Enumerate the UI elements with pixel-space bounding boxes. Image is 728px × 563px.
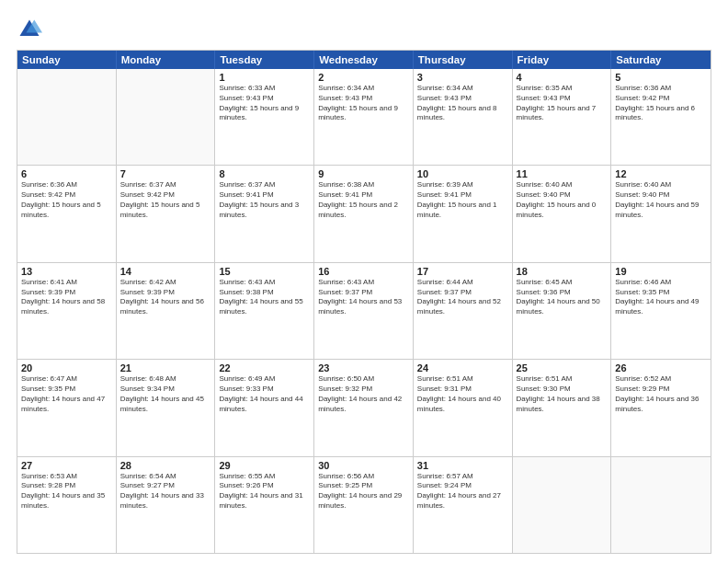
day-number: 16 [318,266,409,277]
calendar-header-cell: Monday [117,51,216,69]
cell-text: Sunrise: 6:37 AM Sunset: 9:42 PM Dayligh… [120,180,211,220]
calendar-cell [611,457,711,553]
day-number: 12 [615,168,707,179]
cell-text: Sunrise: 6:47 AM Sunset: 9:35 PM Dayligh… [21,374,112,414]
logo [17,17,46,42]
cell-text: Sunrise: 6:49 AM Sunset: 9:33 PM Dayligh… [219,374,310,414]
day-number: 23 [318,362,409,373]
day-number: 6 [21,168,112,179]
day-number: 14 [120,266,211,277]
calendar-cell: 13Sunrise: 6:41 AM Sunset: 9:39 PM Dayli… [17,263,117,359]
day-number: 8 [219,168,310,179]
header [17,17,711,42]
cell-text: Sunrise: 6:56 AM Sunset: 9:25 PM Dayligh… [318,472,409,511]
cell-text: Sunrise: 6:55 AM Sunset: 9:26 PM Dayligh… [219,472,310,511]
calendar-row: 20Sunrise: 6:47 AM Sunset: 9:35 PM Dayli… [17,359,711,455]
calendar-cell: 21Sunrise: 6:48 AM Sunset: 9:34 PM Dayli… [117,360,216,455]
calendar-cell [117,69,216,165]
day-number: 1 [219,72,310,83]
cell-text: Sunrise: 6:35 AM Sunset: 9:43 PM Dayligh… [517,84,608,123]
day-number: 30 [318,460,409,471]
day-number: 10 [417,168,508,179]
calendar-cell: 28Sunrise: 6:54 AM Sunset: 9:27 PM Dayli… [117,457,216,553]
calendar-cell: 4Sunrise: 6:35 AM Sunset: 9:43 PM Daylig… [513,69,612,165]
day-number: 18 [517,266,608,277]
cell-text: Sunrise: 6:43 AM Sunset: 9:38 PM Dayligh… [219,278,310,317]
calendar-cell: 17Sunrise: 6:44 AM Sunset: 9:37 PM Dayli… [414,263,513,359]
day-number: 24 [417,362,508,373]
day-number: 3 [417,72,508,83]
day-number: 4 [517,72,608,83]
calendar-body: 1Sunrise: 6:33 AM Sunset: 9:43 PM Daylig… [17,69,711,553]
day-number: 15 [219,266,310,277]
calendar-cell: 2Sunrise: 6:34 AM Sunset: 9:43 PM Daylig… [314,69,414,165]
cell-text: Sunrise: 6:48 AM Sunset: 9:34 PM Dayligh… [120,374,211,414]
day-number: 5 [615,72,707,83]
calendar-header-cell: Sunday [17,51,117,69]
calendar-cell: 9Sunrise: 6:38 AM Sunset: 9:41 PM Daylig… [314,166,414,261]
calendar-cell: 3Sunrise: 6:34 AM Sunset: 9:43 PM Daylig… [414,69,513,165]
cell-text: Sunrise: 6:46 AM Sunset: 9:35 PM Dayligh… [615,278,707,317]
calendar-cell: 24Sunrise: 6:51 AM Sunset: 9:31 PM Dayli… [414,360,513,455]
calendar-row: 1Sunrise: 6:33 AM Sunset: 9:43 PM Daylig… [17,69,711,165]
calendar-cell: 20Sunrise: 6:47 AM Sunset: 9:35 PM Dayli… [17,360,117,455]
calendar-cell: 29Sunrise: 6:55 AM Sunset: 9:26 PM Dayli… [215,457,314,553]
calendar-cell: 30Sunrise: 6:56 AM Sunset: 9:25 PM Dayli… [314,457,414,553]
calendar-cell: 31Sunrise: 6:57 AM Sunset: 9:24 PM Dayli… [414,457,513,553]
calendar-cell: 25Sunrise: 6:51 AM Sunset: 9:30 PM Dayli… [513,360,612,455]
logo-icon [17,17,42,42]
cell-text: Sunrise: 6:34 AM Sunset: 9:43 PM Dayligh… [318,84,409,123]
cell-text: Sunrise: 6:39 AM Sunset: 9:41 PM Dayligh… [417,180,508,220]
calendar-cell: 1Sunrise: 6:33 AM Sunset: 9:43 PM Daylig… [215,69,314,165]
calendar-header-cell: Friday [513,51,612,69]
calendar-header: SundayMondayTuesdayWednesdayThursdayFrid… [17,51,711,69]
cell-text: Sunrise: 6:43 AM Sunset: 9:37 PM Dayligh… [318,278,409,317]
calendar-cell: 7Sunrise: 6:37 AM Sunset: 9:42 PM Daylig… [117,166,216,261]
day-number: 19 [615,266,707,277]
calendar-header-cell: Thursday [414,51,513,69]
calendar-cell: 6Sunrise: 6:36 AM Sunset: 9:42 PM Daylig… [17,166,117,261]
calendar-header-cell: Wednesday [314,51,414,69]
cell-text: Sunrise: 6:52 AM Sunset: 9:29 PM Dayligh… [615,374,707,414]
calendar-cell: 22Sunrise: 6:49 AM Sunset: 9:33 PM Dayli… [215,360,314,455]
cell-text: Sunrise: 6:36 AM Sunset: 9:42 PM Dayligh… [21,180,112,220]
calendar-cell: 5Sunrise: 6:36 AM Sunset: 9:42 PM Daylig… [611,69,711,165]
calendar-cell: 27Sunrise: 6:53 AM Sunset: 9:28 PM Dayli… [17,457,117,553]
day-number: 13 [21,266,112,277]
day-number: 27 [21,460,112,471]
cell-text: Sunrise: 6:40 AM Sunset: 9:40 PM Dayligh… [615,180,707,220]
calendar-header-cell: Saturday [611,51,711,69]
calendar-cell: 14Sunrise: 6:42 AM Sunset: 9:39 PM Dayli… [117,263,216,359]
calendar-cell: 10Sunrise: 6:39 AM Sunset: 9:41 PM Dayli… [414,166,513,261]
calendar-cell: 15Sunrise: 6:43 AM Sunset: 9:38 PM Dayli… [215,263,314,359]
cell-text: Sunrise: 6:50 AM Sunset: 9:32 PM Dayligh… [318,374,409,414]
calendar-row: 13Sunrise: 6:41 AM Sunset: 9:39 PM Dayli… [17,262,711,359]
cell-text: Sunrise: 6:41 AM Sunset: 9:39 PM Dayligh… [21,278,112,317]
page: SundayMondayTuesdayWednesdayThursdayFrid… [0,0,728,563]
day-number: 31 [417,460,508,471]
cell-text: Sunrise: 6:42 AM Sunset: 9:39 PM Dayligh… [120,278,211,317]
cell-text: Sunrise: 6:38 AM Sunset: 9:41 PM Dayligh… [318,180,409,220]
cell-text: Sunrise: 6:54 AM Sunset: 9:27 PM Dayligh… [120,472,211,511]
day-number: 17 [417,266,508,277]
calendar-cell: 11Sunrise: 6:40 AM Sunset: 9:40 PM Dayli… [513,166,612,261]
day-number: 9 [318,168,409,179]
calendar-cell: 18Sunrise: 6:45 AM Sunset: 9:36 PM Dayli… [513,263,612,359]
day-number: 26 [615,362,707,373]
cell-text: Sunrise: 6:33 AM Sunset: 9:43 PM Dayligh… [219,84,310,123]
day-number: 21 [120,362,211,373]
cell-text: Sunrise: 6:34 AM Sunset: 9:43 PM Dayligh… [417,84,508,123]
cell-text: Sunrise: 6:37 AM Sunset: 9:41 PM Dayligh… [219,180,310,220]
calendar: SundayMondayTuesdayWednesdayThursdayFrid… [17,50,711,554]
calendar-cell: 19Sunrise: 6:46 AM Sunset: 9:35 PM Dayli… [611,263,711,359]
day-number: 22 [219,362,310,373]
calendar-cell [17,69,117,165]
cell-text: Sunrise: 6:51 AM Sunset: 9:30 PM Dayligh… [517,374,608,414]
calendar-cell: 23Sunrise: 6:50 AM Sunset: 9:32 PM Dayli… [314,360,414,455]
calendar-header-cell: Tuesday [215,51,314,69]
calendar-cell: 12Sunrise: 6:40 AM Sunset: 9:40 PM Dayli… [611,166,711,261]
cell-text: Sunrise: 6:45 AM Sunset: 9:36 PM Dayligh… [517,278,608,317]
cell-text: Sunrise: 6:44 AM Sunset: 9:37 PM Dayligh… [417,278,508,317]
calendar-cell: 16Sunrise: 6:43 AM Sunset: 9:37 PM Dayli… [314,263,414,359]
day-number: 7 [120,168,211,179]
